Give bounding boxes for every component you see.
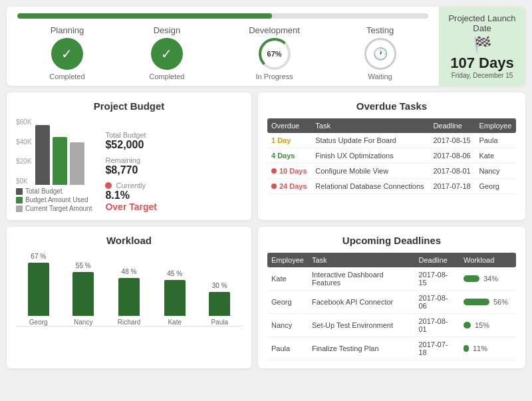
upcoming-task-2: Set-Up Test Environment	[308, 314, 415, 337]
overdue-task-0: Status Update For Board	[311, 133, 429, 148]
workload-pill	[464, 345, 469, 352]
overdue-table: Overdue Task Deadline Employee 1 DayStat…	[267, 118, 516, 194]
stat-remaining-label: Remaining	[105, 156, 242, 164]
overdue-task-1: Finish UX Optimizations	[311, 148, 429, 164]
budget-chart: $60K $40K $20K $0K	[16, 118, 84, 185]
phase-testing-title: Testing	[366, 25, 394, 35]
overdue-row: 24 DaysRelational Database Connections20…	[267, 179, 516, 194]
stat-total: Total Budget $52,000	[105, 131, 242, 151]
overdue-col-task: Task	[311, 118, 429, 133]
phase-design-icon: ✓	[151, 38, 183, 70]
upcoming-employee-3: Paula	[267, 337, 308, 360]
overdue-deadline-3: 2017-07-18	[429, 179, 475, 194]
launch-date: Friday, December 15	[452, 72, 513, 79]
overdue-card: Overdue Tasks Overdue Task Deadline Empl…	[258, 92, 525, 220]
overdue-task-2: Configure Mobile View	[311, 164, 429, 179]
budget-content: $60K $40K $20K $0K	[16, 118, 242, 212]
dashboard: Planning ✓ Completed Design ✓ Completed …	[7, 7, 525, 368]
upcoming-col-workload: Workload	[460, 253, 516, 267]
wl-bar-group-kate: 45 %Kate	[164, 270, 186, 326]
upcoming-row: NancySet-Up Test Environment2017-08-01 1…	[267, 314, 516, 337]
bar-labels: Total Budget Budget Amount Used Current …	[16, 188, 92, 212]
wl-bar-group-paula: 30 %Paula	[209, 282, 230, 326]
workload-pill	[464, 275, 479, 282]
overdue-col-employee: Employee	[475, 118, 516, 133]
y-label-40k: $40K	[16, 138, 31, 146]
launch-box: Projected Launch Date 🏁 107 Days Friday,…	[439, 7, 525, 86]
phase-planning-status: Completed	[49, 72, 84, 80]
bar-total	[35, 125, 50, 185]
phase-testing-icon: 🕐	[364, 38, 396, 70]
phase-planning: Planning ✓ Completed	[49, 25, 84, 80]
upcoming-row: PaulaFinalize Testing Plan2017-07-18 11%	[267, 337, 516, 360]
upcoming-task-3: Finalize Testing Plan	[308, 337, 415, 360]
overdue-days-2: 10 Days	[267, 164, 311, 179]
workload-axis-line	[16, 326, 242, 327]
upcoming-col-employee: Employee	[267, 253, 308, 267]
overdue-employee-1: Kate	[475, 148, 516, 164]
progress-bar-container	[17, 13, 428, 19]
phase-development-status: In Progress	[255, 72, 293, 80]
upcoming-deadline-3: 2017-07-18	[414, 337, 460, 360]
wl-name: Nancy	[74, 319, 92, 326]
progress-section: Planning ✓ Completed Design ✓ Completed …	[7, 7, 439, 86]
overdue-row: 1 DayStatus Update For Board2017-08-15Pa…	[267, 133, 516, 148]
overdue-employee-2: Nancy	[475, 164, 516, 179]
overdue-thead: Overdue Task Deadline Employee	[267, 118, 516, 133]
legend-target: Current Target Amount	[16, 205, 92, 212]
phase-design-title: Design	[154, 25, 180, 35]
progress-bar-fill	[17, 13, 272, 19]
workload-cell: 34%	[464, 275, 512, 283]
legend-used: Budget Amount Used	[16, 196, 92, 203]
phase-testing: Testing 🕐 Waiting	[364, 25, 396, 80]
launch-days: 107 Days	[450, 55, 513, 72]
launch-title: Projected Launch Date	[446, 13, 519, 33]
upcoming-employee-1: Georg	[267, 291, 308, 314]
upcoming-row: KateInteractive Dashboard Features2017-0…	[267, 267, 516, 291]
workload-pct-text: 56%	[493, 298, 512, 306]
stat-remaining-value: $8,770	[105, 164, 242, 176]
legend-dot-total	[16, 188, 23, 195]
overdue-days-value: 24 Days	[271, 182, 307, 190]
workload-pill	[464, 299, 489, 305]
upcoming-col-deadline: Deadline	[414, 253, 460, 267]
overdue-deadline-2: 2017-08-01	[429, 164, 475, 179]
upcoming-workload-0: 34%	[460, 267, 516, 291]
overdue-employee-3: Georg	[475, 179, 516, 194]
overdue-row: 10 DaysConfigure Mobile View2017-08-01Na…	[267, 164, 516, 179]
wl-bar	[164, 280, 186, 316]
wl-pct-label: 48 %	[122, 268, 137, 275]
wl-pct-label: 30 %	[212, 282, 227, 289]
upcoming-task-0: Interactive Dashboard Features	[308, 267, 415, 291]
overdue-deadline-1: 2017-08-06	[429, 148, 475, 164]
overdue-deadline-0: 2017-08-15	[429, 133, 475, 148]
phase-development-icon: 67%	[259, 38, 291, 70]
top-bar: Planning ✓ Completed Design ✓ Completed …	[7, 7, 525, 86]
legend-total-label: Total Budget	[25, 188, 63, 195]
workload-card: Workload 67 %Georg55 %Nancy48 %Richard45…	[7, 227, 251, 368]
upcoming-deadline-1: 2017-08-06	[414, 291, 460, 314]
overdue-task-3: Relational Database Connections	[311, 179, 429, 194]
workload-pct-text: 34%	[483, 275, 502, 283]
workload-cell: 15%	[464, 321, 512, 329]
y-label-20k: $20K	[16, 158, 31, 165]
phase-planning-title: Planning	[51, 25, 84, 35]
stat-currently-row: Currently	[105, 182, 242, 190]
red-circle-icon	[271, 184, 277, 189]
red-dot-indicator	[105, 182, 112, 189]
y-axis: $60K $40K $20K $0K	[16, 118, 31, 185]
wl-bar	[209, 292, 230, 316]
workload-pct-text: 15%	[475, 321, 493, 329]
upcoming-workload-3: 11%	[460, 337, 516, 360]
overdue-title: Overdue Tasks	[267, 100, 516, 112]
wl-bar	[72, 272, 94, 316]
upcoming-row: GeorgFacebook API Connector2017-08-06 56…	[267, 291, 516, 314]
stat-total-label: Total Budget	[105, 131, 242, 139]
upcoming-employee-0: Kate	[267, 267, 308, 291]
overdue-row: 4 DaysFinish UX Optimizations2017-08-06K…	[267, 148, 516, 164]
phase-testing-status: Waiting	[368, 72, 392, 80]
overdue-col-overdue: Overdue	[267, 118, 311, 133]
legend-target-label: Current Target Amount	[25, 205, 92, 212]
bar-chart	[35, 118, 84, 185]
wl-name: Paula	[211, 319, 228, 326]
